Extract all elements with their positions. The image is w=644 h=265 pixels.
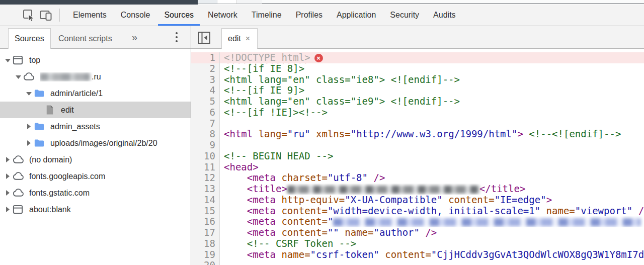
tree-item-no-domain[interactable]: (no domain) xyxy=(0,151,191,168)
tree-item-edit[interactable]: edit xyxy=(0,102,191,118)
code-line-8[interactable]: 8<html lang="ru" xmlns="http://www.w3.or… xyxy=(191,129,644,140)
cloud-icon xyxy=(23,71,40,82)
tree-collapse-arrow-icon[interactable] xyxy=(3,173,12,179)
line-number[interactable]: 10 xyxy=(191,151,220,162)
tree-item-label: (no domain) xyxy=(29,155,72,164)
panel-tab-audits[interactable]: Audits xyxy=(426,5,462,26)
window-icon xyxy=(12,204,29,215)
tree-item-top[interactable]: top xyxy=(0,52,191,68)
cloud-icon xyxy=(12,154,29,165)
code-line-content: <title></title> xyxy=(220,184,644,195)
code-area: 1<!DOCTYPE html>×2<!--[if IE 8]>3<html l… xyxy=(191,49,644,265)
tree-item-ru[interactable]: .ru xyxy=(0,68,191,85)
line-number[interactable]: 12 xyxy=(191,172,220,184)
tree-expand-arrow-icon[interactable] xyxy=(3,58,12,62)
line-number[interactable]: 1 xyxy=(191,52,220,63)
line-number[interactable]: 18 xyxy=(191,238,220,249)
panel-tab-security[interactable]: Security xyxy=(383,5,426,26)
source-editor[interactable]: 1<!DOCTYPE html>×2<!--[if IE 8]>3<html l… xyxy=(191,49,644,265)
code-line-10[interactable]: 10<!-- BEGIN HEAD --> xyxy=(191,151,644,162)
tree-collapse-arrow-icon[interactable] xyxy=(24,140,33,146)
code-line-16[interactable]: 16 <meta content=" xyxy=(191,216,644,227)
line-number[interactable]: 17 xyxy=(191,227,220,238)
code-line-11[interactable]: 11<head> xyxy=(191,162,644,173)
line-number[interactable]: 4 xyxy=(191,85,220,96)
navigator-tab-content-scripts[interactable]: Content scripts xyxy=(52,28,118,49)
code-line-6[interactable]: 6<!--[if !IE]><!--> xyxy=(191,107,644,118)
code-line-18[interactable]: 18 <!-- CSRF Token --> xyxy=(191,238,644,249)
tree-item-about-blank[interactable]: about:blank xyxy=(0,201,191,218)
line-number[interactable]: 6 xyxy=(191,107,220,118)
code-line-content: <!--[if IE 9]> xyxy=(220,85,644,96)
panel-tab-application[interactable]: Application xyxy=(330,5,383,26)
line-number[interactable]: 13 xyxy=(191,184,220,195)
line-number[interactable]: 7 xyxy=(191,118,220,129)
panel-tab-timeline[interactable]: Timeline xyxy=(245,5,289,26)
tree-item-fonts-gstatic-com[interactable]: fonts.gstatic.com xyxy=(0,185,191,201)
line-number[interactable]: 11 xyxy=(191,162,220,173)
tree-expand-arrow-icon[interactable] xyxy=(24,92,33,96)
tree-expand-arrow-icon[interactable] xyxy=(14,75,23,79)
code-line-20[interactable]: 20 xyxy=(191,260,644,265)
code-line-4[interactable]: 4<!--[if IE 9]> xyxy=(191,85,644,96)
tree-item-label: fonts.googleapis.com xyxy=(29,172,105,181)
code-line-7[interactable]: 7 xyxy=(191,118,644,129)
code-line-14[interactable]: 14 <meta http-equiv="X-UA-Compatible" co… xyxy=(191,195,644,206)
panel-tab-sources[interactable]: Sources xyxy=(157,5,201,26)
code-line-content: <meta content="width=device-width, initi… xyxy=(220,206,644,217)
tree-collapse-arrow-icon[interactable] xyxy=(3,157,12,162)
code-line-1[interactable]: 1<!DOCTYPE html>× xyxy=(191,52,644,63)
code-line-19[interactable]: 19 <meta name="csrf-token" content="CjjH… xyxy=(191,249,644,260)
code-line-17[interactable]: 17 <meta content="" name="author" /> xyxy=(191,227,644,238)
browser-tabbar-dark-segment xyxy=(0,0,198,5)
code-line-15[interactable]: 15 <meta content="width=device-width, in… xyxy=(191,206,644,217)
browser-tabbar-border xyxy=(198,3,644,4)
line-number[interactable]: 9 xyxy=(191,140,220,151)
browser-chrome-strip xyxy=(0,0,644,5)
code-line-2[interactable]: 2<!--[if IE 8]> xyxy=(191,63,644,74)
tree-item-label: fonts.gstatic.com xyxy=(29,189,90,198)
code-line-5[interactable]: 5<html lang="en" class="ie9"> <![endif]-… xyxy=(191,96,644,107)
error-badge-icon[interactable]: × xyxy=(314,54,323,62)
more-options-icon[interactable] xyxy=(172,26,181,48)
tree-item-admin-assets[interactable]: admin_assets xyxy=(0,118,191,135)
panel-tab-network[interactable]: Network xyxy=(201,5,245,26)
code-line-content: <!-- CSRF Token --> xyxy=(220,238,644,249)
inspect-element-icon[interactable] xyxy=(20,5,37,26)
navigator-header: SourcesContent scripts » xyxy=(0,26,191,49)
hide-navigator-icon[interactable] xyxy=(197,31,211,45)
second-toolbar-row: SourcesContent scripts » edit × xyxy=(0,26,644,49)
editor-file-tab[interactable]: edit × xyxy=(221,28,258,49)
line-number[interactable]: 5 xyxy=(191,96,220,107)
tab-overflow-chevron-icon[interactable]: » xyxy=(132,26,137,48)
tree-item-admin-article-1[interactable]: admin/article/1 xyxy=(0,85,191,102)
line-number[interactable]: 20 xyxy=(191,260,220,265)
redacted-domain-blur xyxy=(40,73,90,81)
panel-tab-console[interactable]: Console xyxy=(114,5,157,26)
line-number[interactable]: 16 xyxy=(191,216,220,227)
line-number[interactable]: 15 xyxy=(191,206,220,217)
tree-collapse-arrow-icon[interactable] xyxy=(3,190,12,196)
code-line-content: <!DOCTYPE html>× xyxy=(220,52,644,63)
tree-item-label: top xyxy=(29,56,40,65)
line-number[interactable]: 2 xyxy=(191,63,220,74)
panel-tab-profiles[interactable]: Profiles xyxy=(289,5,330,26)
code-line-13[interactable]: 13 <title></title> xyxy=(191,184,644,195)
tree-item-fonts-googleapis-com[interactable]: fonts.googleapis.com xyxy=(0,168,191,185)
line-number[interactable]: 19 xyxy=(191,249,220,260)
code-line-12[interactable]: 12 <meta charset="utf-8" /> xyxy=(191,172,644,184)
navigator-tab-sources[interactable]: Sources xyxy=(8,28,51,49)
close-tab-icon[interactable]: × xyxy=(246,35,250,43)
line-number[interactable]: 14 xyxy=(191,195,220,206)
tree-collapse-arrow-icon[interactable] xyxy=(24,124,33,129)
line-number[interactable]: 8 xyxy=(191,129,220,140)
code-line-3[interactable]: 3<html lang="en" class="ie8"> <![endif]-… xyxy=(191,74,644,85)
code-line-content: <!-- BEGIN HEAD --> xyxy=(220,151,644,162)
tree-item-uploads-images-original-2b-20[interactable]: uploads/images/original/2b/20 xyxy=(0,135,191,151)
panel-tab-elements[interactable]: Elements xyxy=(66,5,114,26)
device-toolbar-icon[interactable] xyxy=(37,5,54,26)
line-number[interactable]: 3 xyxy=(191,74,220,85)
file-tab-label: edit xyxy=(228,34,241,43)
code-line-9[interactable]: 9 xyxy=(191,140,644,151)
tree-collapse-arrow-icon[interactable] xyxy=(3,207,12,212)
